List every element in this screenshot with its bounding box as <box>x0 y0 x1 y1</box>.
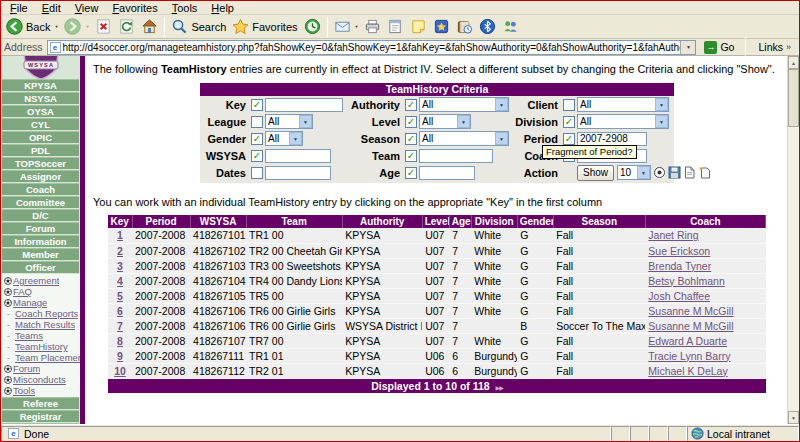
address-dropdown[interactable]: ▼ <box>680 41 695 54</box>
menu-file[interactable]: File <box>3 2 35 14</box>
team-input[interactable] <box>419 149 493 163</box>
sidebar-item-information[interactable]: Information <box>2 235 79 247</box>
sidebar-item-referee[interactable]: Referee <box>2 397 79 409</box>
sidebar-item-committee[interactable]: Committee <box>2 196 79 208</box>
address-input[interactable]: e http://d4soccer.org/manageteamhistory.… <box>47 40 697 55</box>
season-checkbox[interactable]: ✓ <box>405 133 417 145</box>
key-link[interactable]: 10 <box>114 365 126 377</box>
level-checkbox[interactable]: ✓ <box>405 116 417 128</box>
team-checkbox[interactable]: ✓ <box>405 150 417 162</box>
sidebar-item-coach[interactable]: Coach <box>2 183 79 195</box>
sidebar-link-coach-reports[interactable]: -Coach Reports <box>1 308 80 319</box>
save-icon[interactable] <box>668 166 681 179</box>
stop-button[interactable] <box>92 16 115 38</box>
document-icon[interactable] <box>683 166 696 179</box>
forward-button[interactable]: ▼ <box>61 16 92 38</box>
gender-checkbox[interactable]: ✓ <box>251 133 263 145</box>
key-link[interactable]: 2 <box>117 245 123 257</box>
new-document-icon[interactable] <box>698 166 711 179</box>
sidebar-link-match-results[interactable]: -Match Results <box>1 319 80 330</box>
age-checkbox[interactable]: ✓ <box>405 167 417 179</box>
authority-checkbox[interactable]: ✓ <box>405 99 417 111</box>
key-link[interactable]: 6 <box>117 305 123 317</box>
gender-select[interactable]: All▼ <box>265 131 303 146</box>
key-link[interactable]: 9 <box>117 350 123 362</box>
notes-button[interactable] <box>407 16 430 38</box>
menu-favorites[interactable]: Favorites <box>105 2 164 14</box>
wsysa-checkbox[interactable]: ✓ <box>251 150 263 162</box>
links-button[interactable]: Links » <box>753 41 796 53</box>
key-link[interactable]: 5 <box>117 290 123 302</box>
sidebar-link-teams[interactable]: -Teams <box>1 330 80 341</box>
coach-link[interactable]: Michael K DeLay <box>648 365 727 377</box>
messenger-button[interactable] <box>499 16 522 38</box>
next-page-icon[interactable]: ▶▶ <box>496 385 503 391</box>
level-select[interactable]: All▼ <box>419 114 471 129</box>
sidebar-link-manage[interactable]: Manage <box>1 297 80 308</box>
search-button[interactable]: Search <box>168 16 229 38</box>
key-link[interactable]: 4 <box>117 275 123 287</box>
menu-tools[interactable]: Tools <box>165 2 205 14</box>
dates-input[interactable] <box>265 166 331 180</box>
key-link[interactable]: 8 <box>117 335 123 347</box>
sidebar-item-scheduler[interactable]: Scheduler <box>2 423 79 424</box>
coach-link[interactable]: Tracie Lynn Barry <box>648 350 730 362</box>
history-button[interactable] <box>301 16 324 38</box>
key-link[interactable]: 1 <box>117 229 123 241</box>
key-checkbox[interactable]: ✓ <box>251 99 263 111</box>
refresh-button[interactable] <box>115 16 138 38</box>
sidebar-item-opic[interactable]: OPIC <box>2 131 79 143</box>
client-select[interactable]: All▼ <box>577 97 669 112</box>
favorites-button[interactable]: Favorites <box>229 16 300 38</box>
sidebar-item-member[interactable]: Member <box>2 248 79 260</box>
mail-button[interactable]: ▼ <box>331 16 362 38</box>
division-checkbox[interactable]: ✓ <box>563 116 575 128</box>
sidebar-item-forum[interactable]: Forum <box>2 222 79 234</box>
age-input[interactable] <box>419 166 475 180</box>
record-icon[interactable] <box>653 166 666 179</box>
division-select[interactable]: All▼ <box>577 114 669 129</box>
league-select[interactable]: All▼ <box>265 114 313 129</box>
back-button[interactable]: Back ▼ <box>3 16 61 38</box>
sidebar-item-nsysa[interactable]: NSYSA <box>2 92 79 104</box>
coach-link[interactable]: Brenda Tyner <box>648 260 711 272</box>
scroll-track[interactable] <box>788 127 799 411</box>
menu-view[interactable]: View <box>68 2 106 14</box>
key-link[interactable]: 3 <box>117 260 123 272</box>
scroll-down-button[interactable]: ▼ <box>788 411 799 424</box>
scroll-thumb[interactable] <box>788 69 799 127</box>
sidebar-item-d-c[interactable]: D/C <box>2 209 79 221</box>
wsysa-input[interactable] <box>265 149 331 163</box>
print-button[interactable] <box>361 16 384 38</box>
authority-select[interactable]: All▼ <box>419 97 509 112</box>
coach-link[interactable]: Susanne M McGill <box>648 305 733 317</box>
dates-checkbox[interactable] <box>251 167 263 179</box>
coach-link[interactable]: Betsy Bohlmann <box>648 275 724 287</box>
key-link[interactable]: 7 <box>117 320 123 332</box>
sidebar-link-faq[interactable]: FAQ <box>1 286 80 297</box>
scroll-up-button[interactable]: ▲ <box>788 56 799 69</box>
vertical-scrollbar[interactable]: ▲ ▼ <box>787 56 799 424</box>
menu-edit[interactable]: Edit <box>35 2 68 14</box>
coach-link[interactable]: Josh Chaffee <box>648 290 710 302</box>
research-button[interactable] <box>453 16 476 38</box>
season-select[interactable]: All▼ <box>419 131 509 146</box>
menu-help[interactable]: Help <box>204 2 241 14</box>
bluetooth-button[interactable] <box>476 16 499 38</box>
msn-button[interactable] <box>430 16 453 38</box>
client-checkbox[interactable] <box>563 99 575 111</box>
key-input[interactable] <box>265 98 343 112</box>
go-button[interactable]: → Go <box>700 41 738 54</box>
coach-link[interactable]: Edward A Duarte <box>648 335 727 347</box>
sidebar-link-tools[interactable]: Tools <box>1 385 80 396</box>
home-button[interactable] <box>138 16 161 38</box>
sidebar-item-topsoccer[interactable]: TOPSoccer <box>2 157 79 169</box>
sidebar-item-kpysa[interactable]: KPYSA <box>2 79 79 91</box>
sidebar-link-agreement[interactable]: Agreement <box>1 275 80 286</box>
coach-link[interactable]: Sue Erickson <box>648 245 710 257</box>
sidebar-item-assignor[interactable]: Assignor <box>2 170 79 182</box>
coach-link[interactable]: Susanne M McGill <box>648 320 733 332</box>
page-size-select[interactable]: 10▼ <box>617 165 651 180</box>
sidebar-item-pdl[interactable]: PDL <box>2 144 79 156</box>
sidebar-link-teamhistory[interactable]: -TeamHistory <box>1 341 80 352</box>
